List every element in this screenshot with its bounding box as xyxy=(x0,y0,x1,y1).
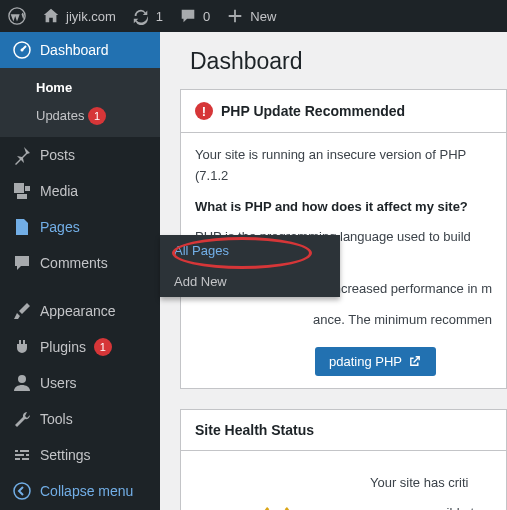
updates-toolbar[interactable]: 1 xyxy=(124,0,171,32)
php-text-3c: ance. The minimum recommen xyxy=(313,312,492,327)
menu-pages[interactable]: Pages xyxy=(0,209,160,245)
menu-dashboard[interactable]: Dashboard xyxy=(0,32,160,68)
dashboard-icon xyxy=(12,40,32,60)
menu-users[interactable]: Users xyxy=(0,365,160,401)
health-text: Your site has criti soon as possible t s… xyxy=(370,473,474,510)
health-heading: Site Health Status xyxy=(195,422,314,438)
new-content[interactable]: New xyxy=(218,0,284,32)
page-icon xyxy=(12,217,32,237)
health-spinner-icon xyxy=(263,503,291,510)
submenu-home[interactable]: Home xyxy=(0,74,160,101)
collapse-menu[interactable]: Collapse menu xyxy=(0,473,160,509)
collapse-label: Collapse menu xyxy=(40,483,133,499)
menu-comments[interactable]: Comments xyxy=(0,245,160,281)
plug-icon xyxy=(12,337,32,357)
menu-posts[interactable]: Posts xyxy=(0,137,160,173)
new-label: New xyxy=(250,9,276,24)
brush-icon xyxy=(12,301,32,321)
menu-label: Media xyxy=(40,183,78,199)
menu-appearance[interactable]: Appearance xyxy=(0,293,160,329)
menu-tools[interactable]: Tools xyxy=(0,401,160,437)
menu-label: Posts xyxy=(40,147,75,163)
comment-icon xyxy=(12,253,32,273)
wrench-icon xyxy=(12,409,32,429)
php-heading: PHP Update Recommended xyxy=(221,103,405,119)
menu-media[interactable]: Media xyxy=(0,173,160,209)
menu-plugins[interactable]: Plugins 1 xyxy=(0,329,160,365)
wp-logo[interactable] xyxy=(0,0,34,32)
php-text-1: Your site is running an insecure version… xyxy=(195,145,492,187)
php-text-2: What is PHP and how does it affect my si… xyxy=(195,199,468,214)
submenu-updates[interactable]: Updates 1 xyxy=(0,101,160,131)
user-icon xyxy=(12,373,32,393)
menu-label: Appearance xyxy=(40,303,116,319)
pin-icon xyxy=(12,145,32,165)
svg-point-4 xyxy=(14,483,30,499)
button-label: pdating PHP xyxy=(329,354,402,369)
comments-toolbar[interactable]: 0 xyxy=(171,0,218,32)
menu-settings[interactable]: Settings xyxy=(0,437,160,473)
menu-label: Users xyxy=(40,375,77,391)
svg-point-3 xyxy=(18,375,26,383)
menu-label: Dashboard xyxy=(40,42,109,58)
svg-point-2 xyxy=(21,49,24,52)
php-text-3b: th increased performance in m xyxy=(316,281,492,296)
updates-badge: 1 xyxy=(88,107,106,125)
submenu-label: Updates xyxy=(36,108,84,123)
site-health-panel: Site Health Status Should be improved Yo… xyxy=(180,409,507,510)
flyout-all-pages[interactable]: All Pages xyxy=(160,235,340,266)
learn-php-button[interactable]: pdating PHP xyxy=(315,347,436,376)
sliders-icon xyxy=(12,445,32,465)
pages-flyout: All Pages Add New xyxy=(160,235,340,297)
external-icon xyxy=(408,354,422,368)
menu-label: Plugins xyxy=(40,339,86,355)
flyout-add-new[interactable]: Add New xyxy=(160,266,340,297)
menu-label: Tools xyxy=(40,411,73,427)
warning-icon: ! xyxy=(195,102,213,120)
site-home[interactable]: jiyik.com xyxy=(34,0,124,32)
plugins-badge: 1 xyxy=(94,338,112,356)
page-title: Dashboard xyxy=(190,48,507,75)
menu-label: Comments xyxy=(40,255,108,271)
refresh-count: 1 xyxy=(156,9,163,24)
site-name-label: jiyik.com xyxy=(66,9,116,24)
menu-label: Pages xyxy=(40,219,80,235)
media-icon xyxy=(12,181,32,201)
menu-label: Settings xyxy=(40,447,91,463)
comments-count: 0 xyxy=(203,9,210,24)
collapse-icon xyxy=(12,481,32,501)
